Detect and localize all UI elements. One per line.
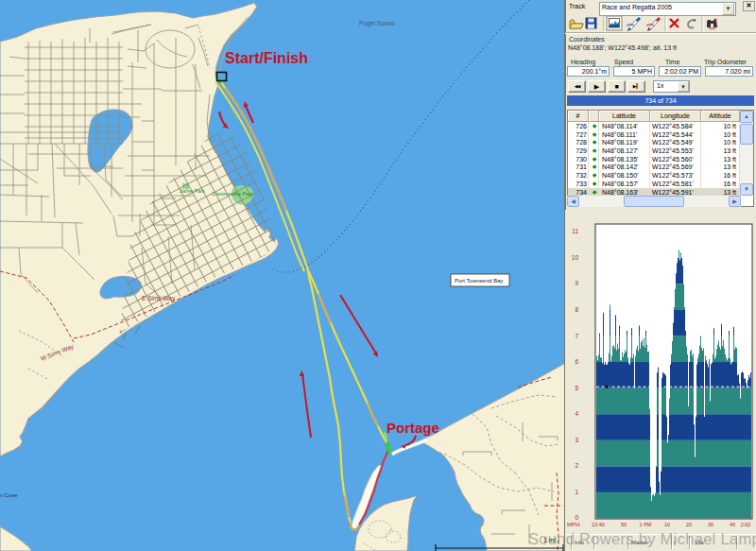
svg-text:50: 50 — [621, 522, 627, 527]
svg-text:1: 1 — [575, 489, 578, 495]
svg-text:6: 6 — [575, 358, 578, 365]
svg-text:5: 5 — [575, 385, 578, 391]
svg-text:3: 3 — [575, 437, 578, 443]
svg-text:E Sims Way: E Sims Way — [142, 295, 176, 302]
svg-text:11: 11 — [572, 228, 578, 234]
svg-text:1 PM: 1 PM — [640, 522, 652, 527]
svg-text:30: 30 — [708, 522, 713, 527]
svg-text:Chetzemoka Park: Chetzemoka Park — [212, 191, 253, 197]
svg-text:2: 2 — [575, 462, 578, 469]
svg-text:20: 20 — [686, 522, 692, 527]
svg-text:7: 7 — [575, 333, 578, 339]
svg-text:4: 4 — [575, 410, 578, 417]
svg-text:10: 10 — [664, 522, 670, 527]
svg-text:Sather Park: Sather Park — [180, 188, 205, 194]
svg-text:2:02: 2:02 — [741, 522, 751, 527]
svg-text:10: 10 — [572, 254, 579, 261]
svg-text:12:40: 12:40 — [592, 522, 605, 527]
svg-text:Port Townsend Bay: Port Townsend Bay — [455, 278, 504, 284]
svg-text:Glen Cove: Glen Cove — [0, 492, 18, 498]
svg-text:Puget Sound: Puget Sound — [359, 20, 395, 27]
svg-text:MPH: MPH — [567, 522, 579, 527]
svg-text:9: 9 — [575, 280, 578, 286]
svg-text:Start/Finish: Start/Finish — [225, 50, 308, 66]
svg-text:Portage: Portage — [387, 420, 439, 436]
svg-text:40: 40 — [730, 522, 735, 527]
svg-text:0: 0 — [575, 514, 578, 521]
svg-text:8: 8 — [575, 306, 578, 313]
